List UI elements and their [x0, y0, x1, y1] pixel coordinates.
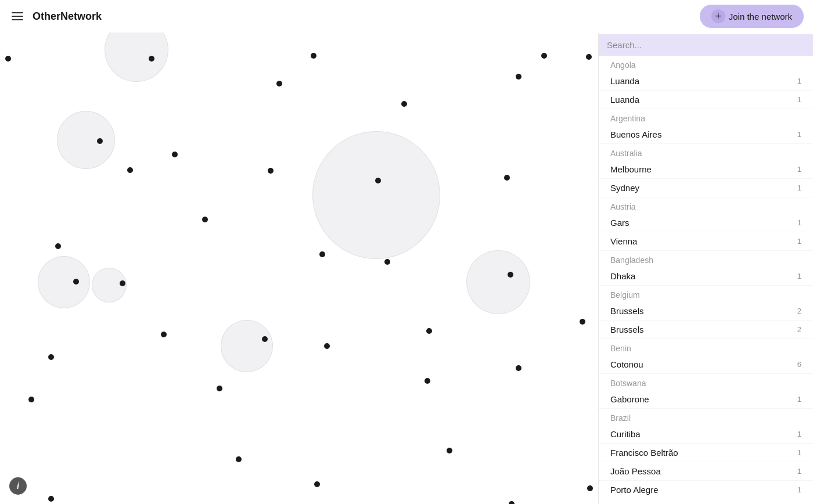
country-header: Argentina	[599, 109, 813, 125]
city-row[interactable]: Sydney1	[599, 179, 813, 197]
country-header: Brazil	[599, 409, 813, 425]
search-input[interactable]	[599, 34, 813, 56]
country-header: Australia	[599, 144, 813, 160]
map-dot	[262, 336, 268, 342]
city-count: 1	[797, 430, 801, 438]
map-dot	[508, 272, 513, 278]
city-name: Vienna	[610, 236, 637, 246]
country-header: Angola	[599, 56, 813, 72]
city-name: Cotonou	[610, 359, 643, 369]
map-dot	[127, 167, 133, 173]
city-row[interactable]: Cotonou6	[599, 355, 813, 374]
map-dot	[447, 448, 452, 453]
join-network-button[interactable]: + Join the network	[700, 5, 804, 28]
map-bubble	[105, 33, 168, 82]
city-count: 1	[797, 218, 801, 227]
join-btn-label: Join the network	[729, 12, 792, 21]
map-dot	[202, 217, 208, 222]
city-name: Porto Alegre	[610, 485, 659, 495]
city-row[interactable]: Melbourne1	[599, 160, 813, 179]
header-right: + Join the network	[700, 5, 804, 28]
map-bubble	[312, 131, 440, 259]
city-name: Luanda	[610, 95, 639, 105]
map-dot	[276, 81, 282, 87]
map-dot	[97, 138, 103, 144]
sidebar: Locations AngolaLuanda1Luanda1ArgentinaB…	[598, 0, 813, 504]
map-dot	[587, 485, 593, 491]
city-count: 1	[797, 165, 801, 174]
city-row[interactable]: Gars1	[599, 214, 813, 232]
menu-button[interactable]	[9, 10, 26, 23]
map-dot	[311, 53, 316, 59]
map-bubble	[57, 111, 115, 169]
city-count: 2	[797, 325, 801, 334]
city-row[interactable]: Dhaka1	[599, 267, 813, 286]
city-count: 1	[797, 237, 801, 246]
map-dot	[314, 481, 320, 487]
plus-icon: +	[711, 9, 725, 23]
map-dot	[217, 386, 222, 391]
city-name: Francisco Beltrão	[610, 448, 678, 458]
map-dot	[73, 279, 79, 285]
map-dot	[580, 319, 585, 325]
map-bubble	[221, 320, 273, 372]
city-name: Dhaka	[610, 271, 635, 281]
map-dot	[516, 74, 521, 80]
city-count: 1	[797, 485, 801, 494]
city-row[interactable]: Gaborone1	[599, 390, 813, 409]
city-row[interactable]: João Pessoa1	[599, 462, 813, 481]
city-name: Gars	[610, 218, 629, 228]
city-row[interactable]: Porto Alegre1	[599, 481, 813, 499]
map-dot	[149, 56, 154, 62]
city-row[interactable]: Francisco Beltrão1	[599, 444, 813, 462]
map-dot	[5, 56, 11, 62]
city-row[interactable]: Luanda1	[599, 72, 813, 91]
city-count: 1	[797, 77, 801, 85]
city-name: Brussels	[610, 325, 644, 334]
city-name: Luanda	[610, 76, 639, 86]
map-bubble	[466, 250, 530, 314]
map-dot	[586, 54, 592, 60]
city-name: Brussels	[610, 306, 644, 316]
city-row[interactable]: Luanda1	[599, 91, 813, 109]
city-name: Sydney	[610, 183, 639, 193]
city-name: Curitiba	[610, 429, 641, 439]
city-row[interactable]: Porto Velho1	[599, 499, 813, 504]
city-name: Buenos Aires	[610, 129, 661, 139]
map-dot	[375, 178, 381, 183]
map-dot	[384, 259, 390, 265]
map-dot	[48, 496, 54, 502]
map-dot	[48, 354, 54, 360]
header-left: OtherNetwork	[9, 10, 102, 23]
city-count: 1	[797, 272, 801, 280]
info-button[interactable]: i	[9, 477, 27, 495]
city-name: Gaborone	[610, 394, 649, 404]
city-count: 1	[797, 130, 801, 139]
city-name: João Pessoa	[610, 466, 661, 476]
map-area[interactable]	[0, 33, 598, 504]
country-header: Bangladesh	[599, 251, 813, 267]
app-title: OtherNetwork	[33, 10, 102, 23]
map-dot	[268, 168, 274, 174]
map-dot	[426, 328, 432, 334]
country-header: Benin	[599, 339, 813, 355]
country-header: Botswana	[599, 374, 813, 390]
city-count: 1	[797, 395, 801, 404]
country-header: Belgium	[599, 286, 813, 302]
map-bubble	[38, 256, 90, 308]
city-row[interactable]: Brussels2	[599, 302, 813, 321]
sidebar-list: AngolaLuanda1Luanda1ArgentinaBuenos Aire…	[599, 56, 813, 504]
city-row[interactable]: Buenos Aires1	[599, 125, 813, 144]
city-count: 2	[797, 307, 801, 315]
map-dot	[172, 152, 178, 157]
map-dot	[541, 53, 547, 59]
city-row[interactable]: Brussels2	[599, 321, 813, 339]
city-row[interactable]: Vienna1	[599, 232, 813, 251]
header: OtherNetwork + Join the network	[0, 0, 813, 33]
city-row[interactable]: Curitiba1	[599, 425, 813, 444]
city-count: 6	[797, 360, 801, 369]
city-count: 1	[797, 95, 801, 104]
map-dot	[319, 251, 325, 257]
map-dot	[324, 343, 330, 349]
map-dot	[55, 243, 61, 249]
